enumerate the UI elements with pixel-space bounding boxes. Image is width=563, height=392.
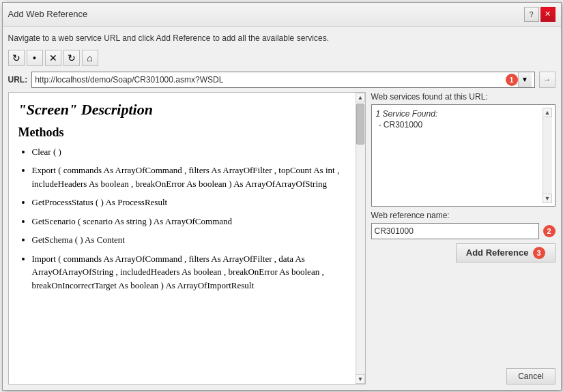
add-reference-label: Add Reference: [466, 247, 529, 258]
ref-name-label: Web reference name:: [371, 211, 555, 220]
left-panel: "Screen" Description Methods Clear ( )Ex…: [8, 92, 366, 385]
refresh-button[interactable]: ↻: [63, 50, 80, 66]
title-bar: Add Web Reference ? ✕: [3, 3, 561, 27]
ref-name-section: Web reference name: 2: [371, 211, 555, 239]
close-button[interactable]: ✕: [540, 7, 555, 22]
ref-name-step-number: 2: [543, 225, 555, 237]
title-bar-buttons: ? ✕: [524, 7, 555, 22]
go-button[interactable]: →: [539, 72, 555, 88]
home-button[interactable]: ⌂: [82, 50, 98, 66]
method-item: Export ( commands As ArrayOfCommand , fi…: [32, 164, 346, 190]
scroll-up-arrow[interactable]: ▲: [356, 93, 365, 102]
services-item: - CR301000: [376, 119, 541, 131]
ref-name-input[interactable]: [371, 223, 539, 239]
stop-button[interactable]: ✕: [45, 50, 61, 66]
methods-heading: Methods: [18, 125, 346, 140]
url-input[interactable]: [35, 75, 505, 85]
dialog-window: Add Web Reference ? ✕ Navigate to a web …: [2, 2, 562, 391]
add-reference-button[interactable]: Add Reference 3: [456, 243, 555, 262]
url-step-number: 1: [506, 74, 518, 86]
method-item: GetProcessStatus ( ) As ProcessResult: [32, 196, 346, 209]
methods-list: Clear ( )Export ( commands As ArrayOfCom…: [18, 145, 346, 292]
screen-description-heading: "Screen" Description: [18, 101, 346, 119]
bottom-row: Cancel: [371, 365, 555, 385]
services-label: Web services found at this URL:: [371, 92, 555, 102]
method-item: Import ( commands As ArrayOfCommand , fi…: [32, 252, 346, 292]
left-scrollbar[interactable]: ▲ ▼: [356, 93, 365, 384]
services-found-text: 1 Service Found:: [376, 109, 541, 119]
method-item: Clear ( ): [32, 145, 346, 159]
help-button[interactable]: ?: [524, 7, 539, 22]
toolbar: ↻ • ✕ ↻ ⌂: [8, 48, 555, 67]
url-dropdown-arrow[interactable]: ▼: [518, 72, 532, 87]
left-content: "Screen" Description Methods Clear ( )Ex…: [9, 93, 356, 384]
dialog-title: Add Web Reference: [8, 9, 88, 19]
scroll-thumb[interactable]: [356, 104, 364, 145]
right-panel: Web services found at this URL: 1 Servic…: [371, 92, 555, 385]
url-combo[interactable]: 1 ▼: [31, 72, 534, 88]
url-row: URL: 1 ▼ →: [8, 72, 555, 88]
method-item: GetSchema ( ) As Content: [32, 233, 346, 247]
services-scrollbar[interactable]: ▲ ▼: [543, 108, 552, 203]
instruction-text: Navigate to a web service URL and click …: [8, 32, 555, 44]
url-label: URL:: [8, 75, 28, 85]
ref-name-row: 2: [371, 223, 555, 239]
forward-button[interactable]: •: [27, 50, 43, 66]
services-list-content: 1 Service Found: - CR301000: [375, 108, 543, 203]
add-ref-row: Add Reference 3: [371, 243, 555, 262]
method-item: GetScenario ( scenario As string ) As Ar…: [32, 215, 346, 228]
services-list: 1 Service Found: - CR301000 ▲ ▼: [371, 104, 555, 207]
services-section: Web services found at this URL: 1 Servic…: [371, 92, 555, 207]
services-scroll-down[interactable]: ▼: [543, 194, 552, 203]
dialog-content: Navigate to a web service URL and click …: [3, 27, 561, 390]
scroll-down-arrow[interactable]: ▼: [356, 374, 365, 384]
add-ref-step-number: 3: [533, 247, 545, 259]
cancel-button[interactable]: Cancel: [506, 368, 555, 385]
services-scroll-up[interactable]: ▲: [543, 108, 552, 117]
back-button[interactable]: ↻: [8, 50, 25, 66]
main-area: "Screen" Description Methods Clear ( )Ex…: [8, 92, 555, 385]
